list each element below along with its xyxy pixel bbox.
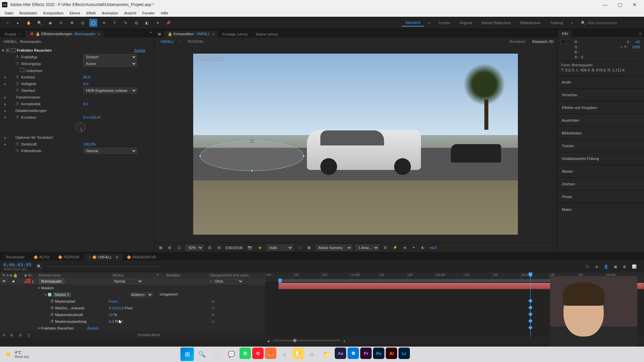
tab-footage[interactable]: Footage (ohne)	[219, 31, 251, 38]
panel-menu-icon[interactable]: ≡	[638, 30, 643, 37]
task-view[interactable]: ▭	[210, 348, 223, 361]
stopwatch-icon[interactable]: ⏱	[15, 62, 19, 66]
ausweitung-value[interactable]: 0,0	[109, 319, 114, 323]
expression-pickwhip-icon[interactable]: ⊘	[212, 299, 215, 304]
timeline-timecode[interactable]: 0;00;03;05	[3, 262, 32, 267]
mask-mode-select[interactable]: Addieren	[129, 292, 153, 297]
views-select[interactable]: 1 Ansi...	[356, 245, 379, 251]
section-absatz[interactable]: Absatz	[557, 165, 644, 177]
kontrast-value[interactable]: 65,0	[83, 75, 90, 79]
toggle-switches-icon[interactable]: ⊞	[9, 333, 14, 337]
section-vorschau[interactable]: Vorschau	[557, 88, 644, 101]
workspace-lernen[interactable]: Lernen	[435, 19, 453, 26]
stopwatch-icon[interactable]: ⏱	[50, 319, 54, 323]
tl-tab-renderliste[interactable]: Renderliste	[2, 254, 29, 260]
stopwatch-icon[interactable]: ⏱	[15, 88, 19, 93]
section-malen[interactable]: Malen	[557, 203, 644, 216]
camera-select[interactable]: Aktive Kamera	[315, 245, 352, 251]
komplexitaet-value[interactable]: 6,0	[83, 102, 88, 106]
fuellmethode-select[interactable]: Normal	[83, 148, 137, 154]
notes-icon[interactable]: 📝	[292, 348, 304, 359]
unified-camera-tool[interactable]: ✥	[68, 19, 76, 27]
prop-evo-options[interactable]: Optionen für 'Evolution'	[15, 135, 76, 139]
section-zeichen[interactable]: Zeichen	[557, 177, 644, 190]
type-tool[interactable]: T	[111, 19, 119, 27]
transparency-icon[interactable]: ▦	[306, 245, 312, 250]
panel-grip-icon[interactable]: ▦	[156, 31, 163, 38]
workspace-training[interactable]: Training	[547, 19, 567, 26]
work-area-start[interactable]	[278, 279, 282, 283]
keyframe-marker[interactable]	[528, 299, 533, 303]
rotate-tool[interactable]: ↻	[57, 19, 65, 27]
stopwatch-icon[interactable]: ⏱	[50, 313, 54, 317]
timeline-search-input[interactable]	[47, 266, 161, 267]
parent-select[interactable]: Ohne	[213, 279, 244, 284]
taskbar-weather[interactable]: 4°CMeist klar	[0, 350, 34, 359]
menu-komposition[interactable]: Komposition	[41, 10, 66, 16]
minimize-button[interactable]: —	[598, 0, 612, 9]
stopwatch-icon[interactable]: ⏱	[15, 115, 19, 119]
workspace-biblio[interactable]: Bibliotheken	[517, 19, 544, 26]
workspace-standard[interactable]: Standard	[402, 19, 424, 26]
maskenpfad-value[interactable]: Form...	[109, 299, 120, 303]
stopwatch-icon[interactable]: ⏱	[15, 82, 19, 86]
workspace-original[interactable]: Original	[456, 19, 476, 26]
umkehren-checkbox[interactable]	[20, 68, 24, 72]
firefox-icon[interactable]: 🦊	[265, 348, 276, 359]
start-button[interactable]: ⊞	[180, 348, 194, 361]
stoerungstyp-select[interactable]: Kurve	[83, 61, 137, 67]
illustrator-icon[interactable]: Ai	[386, 348, 397, 359]
comp-flowchart-icon[interactable]: ⬡	[584, 263, 590, 269]
selection-tool[interactable]: ▸	[14, 19, 22, 27]
keyframe-marker[interactable]	[528, 305, 533, 310]
workspace-overflow[interactable]: »	[569, 21, 575, 25]
comp-crumb-unfall[interactable]: UNFALL	[158, 39, 177, 45]
section-bibliotheken[interactable]: Bibliotheken	[557, 126, 644, 139]
workspace-menu-icon[interactable]: ≡	[426, 21, 432, 25]
vscode-icon[interactable]: ⧉	[347, 348, 359, 359]
channel-icon[interactable]: ◐	[167, 245, 173, 250]
puppet-tool[interactable]: 📌	[164, 19, 172, 27]
panel-overflow[interactable]: »	[150, 30, 152, 34]
tab-ebene[interactable]: Ebene (ohne)	[253, 31, 282, 38]
stopwatch-icon[interactable]: ⏱	[50, 306, 54, 310]
weiche-value[interactable]: 0,0,0,0	[112, 306, 124, 310]
resolution-select[interactable]: Halb	[266, 245, 293, 251]
helligkeit-value[interactable]: 0,0	[83, 82, 88, 86]
frame-blend-icon[interactable]: ▣	[612, 263, 619, 269]
exposure-reset-icon[interactable]: ◐	[420, 245, 426, 250]
tab-projekt[interactable]: Projekt×	[1, 31, 24, 38]
hand-tool[interactable]: ✋	[25, 19, 33, 27]
photoshop-icon[interactable]: Ps	[373, 348, 384, 359]
menu-ansicht[interactable]: Ansicht	[121, 10, 139, 16]
mask-handle[interactable]	[302, 155, 305, 157]
masks-group-row[interactable]: ▾Masken	[0, 285, 265, 291]
tl-tab-auto[interactable]: AUTO	[30, 254, 53, 260]
stopwatch-icon[interactable]: ⏱	[15, 75, 19, 79]
evolution-dial[interactable]	[75, 122, 86, 132]
orbit-tool[interactable]: ◉	[46, 19, 54, 27]
timecode-display[interactable]: 0;00;03;05	[225, 246, 243, 250]
composition-viewer[interactable]: Aktive Kamera	[193, 54, 518, 235]
anchor-tool[interactable]: ⊡	[78, 19, 87, 27]
stopwatch-icon[interactable]: ⏱	[15, 102, 19, 106]
brush-tool[interactable]: ✎	[121, 19, 129, 27]
teams-icon[interactable]: 💬	[225, 348, 238, 361]
mask-handle[interactable]	[251, 169, 253, 172]
mask-invert-label[interactable]: Umgekehrt	[160, 292, 178, 297]
fraktales-row[interactable]: ▾Fraktales RauschenZurück	[0, 325, 265, 331]
switches-label[interactable]: Schalter/Modi	[138, 333, 160, 337]
maskendeckkraft-value[interactable]: 10	[109, 313, 113, 317]
3d-icon[interactable]: ◈	[402, 245, 408, 250]
rectangle-tool[interactable]: ◯	[89, 19, 97, 27]
menu-datei[interactable]: Datei	[2, 10, 16, 16]
stopwatch-icon[interactable]: ⏱	[15, 142, 19, 146]
tab-effekteinstellungen[interactable]: 🔒 Effekteinstellungen Bremsqualm ≡	[25, 31, 103, 38]
menu-bearbeiten[interactable]: Bearbeiten	[17, 10, 40, 16]
menu-ebene[interactable]: Ebene	[67, 10, 83, 16]
premiere-icon[interactable]: Pr	[360, 348, 372, 359]
draft3d-icon[interactable]: ✦	[411, 245, 417, 250]
fraktales-reset-link[interactable]: Zurück	[87, 326, 99, 330]
renderer-value[interactable]: Klassisch 3D	[532, 40, 553, 44]
zoom-in-icon[interactable]: ▵	[343, 339, 345, 343]
